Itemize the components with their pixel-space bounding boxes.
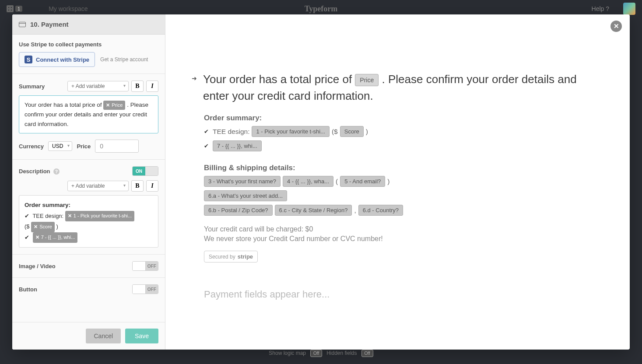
hidden-toggle[interactable]: Off — [361, 350, 373, 357]
desc-italic-button[interactable]: I — [146, 180, 158, 192]
italic-button[interactable]: I — [146, 80, 158, 92]
summary-editor[interactable]: Your order has a total price of ✕Price .… — [19, 95, 158, 133]
logic-map-label[interactable]: Show logic map — [269, 350, 306, 356]
price-variable-chip[interactable]: ✕Price — [103, 101, 125, 110]
logic-toggle[interactable]: Off — [310, 350, 322, 357]
description-toggle[interactable]: ON — [132, 166, 158, 176]
connect-stripe-label: Connect with Stripe — [36, 56, 89, 63]
description-editor[interactable]: Order summary: ✔ TEE design: ✕1 - Pick y… — [19, 195, 158, 248]
tag-q6a: 6.a - What's your street add... — [204, 190, 287, 201]
help-link[interactable]: Help ? — [592, 5, 609, 12]
connect-stripe-button[interactable]: S Connect with Stripe — [19, 52, 95, 67]
sidebar-footer: Cancel Save — [12, 322, 165, 350]
arrow-icon: ➜ — [192, 75, 197, 82]
description-add-variable[interactable]: + Add variable — [67, 181, 129, 191]
image-video-section: Image / Video OFF — [12, 255, 165, 278]
charge-line-2: We never store your Credit Card number o… — [204, 235, 603, 243]
get-stripe-link[interactable]: Get a Stripe account — [100, 56, 148, 63]
tag-q6d: 6.d - Country? — [358, 205, 403, 216]
tag-q4: 4 - {{ ... }}, wha... — [283, 176, 333, 187]
desc-chip-q7[interactable]: ✕7 - {{ ... }}, whi... — [33, 232, 78, 243]
secured-badge: Secured by stripe — [204, 251, 258, 262]
desc-heading: Order summary: — [25, 200, 153, 210]
paren-close: ) — [56, 223, 58, 230]
sidebar-title: 10. Payment — [30, 21, 69, 28]
brand-logo: Typeform — [305, 4, 338, 14]
desc-bold-button[interactable]: B — [131, 180, 144, 192]
tag-q7: 7 - {{ ... }}, whi... — [213, 140, 262, 151]
button-section: Button OFF — [12, 278, 165, 301]
avatar[interactable] — [623, 3, 635, 15]
tag-q6b: 6.b - Postal / Zip Code? — [204, 205, 273, 216]
paren-open: ( — [336, 178, 338, 186]
hidden-fields-label[interactable]: Hidden fields — [326, 350, 357, 356]
check-icon: ✔ — [204, 128, 209, 135]
summary-add-variable[interactable]: + Add variable — [67, 81, 129, 91]
sidebar-body: Use Stripe to collect payments S Connect… — [12, 35, 165, 322]
q7-line: ✔ 7 - {{ ... }}, whi... — [204, 140, 603, 151]
order-summary-heading: Order summary: — [204, 114, 603, 122]
stripe-s-icon: S — [25, 56, 32, 63]
billing-line-2: 6.a - What's your street add... — [204, 190, 603, 201]
stripe-logo-text: stripe — [238, 253, 253, 260]
payment-modal: 10. Payment Use Stripe to collect paymen… — [12, 14, 630, 350]
question-row: ➜ Your order has a total price of Price … — [192, 71, 603, 104]
price-input[interactable] — [95, 140, 139, 153]
secured-prefix: Secured by — [209, 254, 235, 260]
check-icon: ✔ — [25, 234, 29, 241]
stripe-section: Use Stripe to collect payments S Connect… — [12, 35, 165, 74]
billing-line-3: 6.b - Postal / Zip Code? 6.c - City & St… — [204, 205, 603, 216]
paren-open: ($ — [25, 223, 31, 230]
image-video-label: Image / Video — [19, 263, 56, 270]
desc-chip-tee[interactable]: ✕1 - Pick your favorite t-shi... — [65, 211, 134, 221]
billing-line-1: 3 - What's your first name? 4 - {{ ... }… — [204, 176, 603, 187]
sidebar-header: 10. Payment — [12, 14, 165, 35]
settings-sidebar: 10. Payment Use Stripe to collect paymen… — [12, 14, 165, 350]
toggle-off-label: OFF — [146, 262, 158, 270]
remove-chip-icon[interactable]: ✕ — [106, 102, 110, 109]
help-icon[interactable]: ? — [53, 168, 60, 175]
save-button[interactable]: Save — [125, 329, 158, 343]
tag-tee: 1 - Pick your favorite t-shi... — [252, 126, 330, 137]
toggle-on-label: ON — [133, 167, 145, 175]
paren-close: ) — [387, 178, 389, 186]
price-pill: Price — [355, 74, 379, 86]
toggle-spacer — [133, 262, 146, 270]
remove-chip-icon[interactable]: ✕ — [34, 223, 38, 231]
question-text: Your order has a total price of Price . … — [203, 71, 603, 104]
grid-icon[interactable] — [7, 5, 14, 12]
tag-q6c: 6.c - City & State / Region? — [275, 205, 352, 216]
tee-label: TEE design: — [32, 213, 63, 219]
summary-text-before: Your order has a total price of — [25, 102, 103, 108]
desc-chip-score[interactable]: ✕Score — [31, 222, 55, 232]
toggle-spacer — [133, 285, 146, 294]
bold-button[interactable]: B — [131, 80, 144, 92]
tag-q3: 3 - What's your first name? — [204, 176, 281, 187]
remove-chip-icon[interactable]: ✕ — [68, 212, 72, 220]
button-label: Button — [19, 286, 37, 293]
tee-line: ✔ TEE design: 1 - Pick your favorite t-s… — [204, 126, 603, 137]
paren-close: ) — [366, 128, 368, 136]
currency-select[interactable]: USD — [48, 141, 72, 151]
check-icon: ✔ — [204, 143, 209, 149]
stripe-heading: Use Stripe to collect payments — [19, 41, 158, 48]
dollar-open: ($ — [332, 128, 338, 136]
tee-design-label: TEE design: — [213, 128, 249, 136]
charge-line-1: Your credit card will be charged: $0 — [204, 225, 603, 233]
summary-label: Summary — [19, 83, 45, 90]
close-button[interactable]: ✕ — [610, 21, 622, 32]
toggle-off-label: OFF — [146, 285, 158, 294]
image-video-toggle[interactable]: OFF — [132, 261, 158, 271]
remove-chip-icon[interactable]: ✕ — [35, 233, 39, 242]
currency-label: Currency — [19, 143, 44, 150]
check-icon: ✔ — [25, 213, 29, 219]
button-toggle[interactable]: OFF — [132, 284, 158, 294]
description-section: Description ? ON + Add variable B I Orde… — [12, 160, 165, 255]
price-label: Price — [77, 143, 91, 150]
tag-score: Score — [340, 126, 364, 137]
cancel-button[interactable]: Cancel — [86, 329, 121, 343]
comma: , — [354, 206, 356, 214]
payment-fields-placeholder: Payment fields appear here... — [204, 289, 603, 300]
workspace-name[interactable]: My workspace — [49, 5, 88, 12]
preview-pane: ✕ ➜ Your order has a total price of Pric… — [165, 14, 630, 350]
